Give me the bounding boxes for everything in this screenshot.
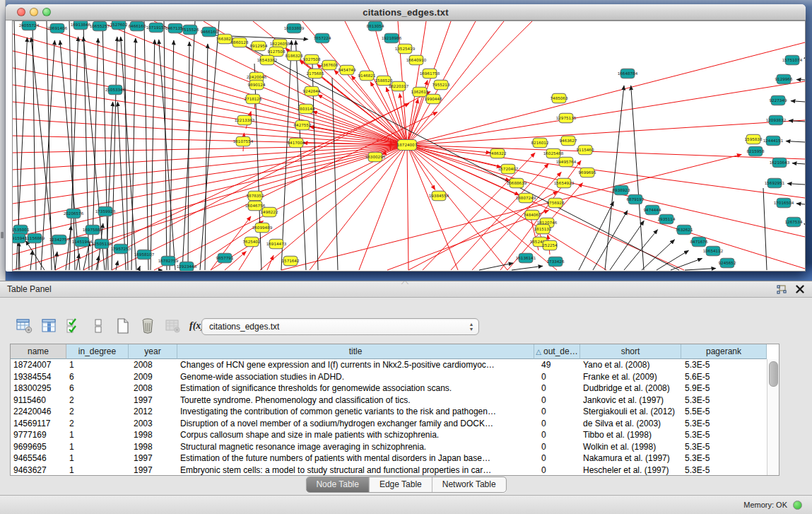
graph-node[interactable]: 9463627 xyxy=(560,136,577,146)
graph-node[interactable]: 8454749 xyxy=(339,65,356,75)
citation-edge-black[interactable] xyxy=(791,101,805,102)
citation-edge-black[interactable] xyxy=(796,79,805,80)
citation-edge-red[interactable] xyxy=(407,145,501,168)
citation-edge-black[interactable] xyxy=(116,261,118,270)
citation-edge-black[interactable] xyxy=(205,44,208,270)
graph-node[interactable]: 5878352 xyxy=(247,191,264,201)
graph-node[interactable]: 252254 xyxy=(542,240,558,250)
citation-edge-black[interactable] xyxy=(18,242,19,270)
graph-node[interactable]: 16640910 xyxy=(406,55,427,65)
citation-edge-red[interactable] xyxy=(407,145,507,270)
citation-edge-black[interactable] xyxy=(789,121,805,122)
table-row[interactable]: 946554611997Estimation of the future num… xyxy=(11,452,779,465)
graph-node[interactable]: 15654923 xyxy=(554,178,575,188)
graph-node[interactable]: 16099489 xyxy=(252,223,273,233)
graph-node[interactable]: 8186328 xyxy=(286,51,303,61)
graph-node[interactable]: 1815132 xyxy=(534,224,552,234)
graph-node[interactable]: 10719155 xyxy=(146,23,167,33)
citation-edge-black[interactable] xyxy=(47,21,52,270)
graph-node[interactable]: 8466160 xyxy=(129,21,146,31)
scrollbar-thumb[interactable] xyxy=(769,361,778,387)
graph-node[interactable]: 9857791 xyxy=(216,253,234,263)
column-header-title[interactable]: title xyxy=(177,344,534,359)
graph-node[interactable]: 7485063 xyxy=(551,93,568,103)
attribute-table[interactable]: namein_degreeyeartitle△out_de…shortpager… xyxy=(10,344,779,476)
table-panel-header[interactable]: ⟋⟍ Table Panel xyxy=(0,281,812,298)
minimize-window-icon[interactable] xyxy=(30,8,38,16)
graph-node[interactable]: 10655257 xyxy=(90,21,110,31)
graph-node[interactable]: 1527602 xyxy=(110,21,128,30)
table-row[interactable]: 911546021997Tourette syndrome. Phenomeno… xyxy=(11,395,779,407)
network-canvas[interactable]: 2405572420691406169138461065525715276028… xyxy=(12,21,806,271)
citation-edge-black[interactable] xyxy=(151,40,155,270)
graph-node[interactable]: 7955213 xyxy=(433,80,450,90)
citation-edge-black[interactable] xyxy=(631,86,644,270)
close-window-icon[interactable] xyxy=(17,8,25,16)
panel-collapse-grip[interactable] xyxy=(1,232,4,238)
graph-node[interactable]: 16136141 xyxy=(516,253,536,263)
graph-node[interactable]: 2718126 xyxy=(245,94,262,104)
citation-edge-red[interactable] xyxy=(407,21,426,145)
graph-node-hub[interactable]: 18724007 xyxy=(397,140,418,151)
graph-node[interactable]: 8860128 xyxy=(231,37,249,47)
column-header-name[interactable]: name xyxy=(11,344,66,359)
column-header-in_degree[interactable]: in_degree xyxy=(66,344,129,359)
citation-edge-red[interactable] xyxy=(407,42,805,145)
graph-node[interactable]: 17016504 xyxy=(774,198,794,208)
citation-edge-red[interactable] xyxy=(407,145,557,270)
graph-node[interactable]: 1990448 xyxy=(425,94,442,104)
column-header-pagerank[interactable]: pagerank xyxy=(681,344,767,359)
graph-node[interactable]: 2935114 xyxy=(658,214,676,224)
graph-node[interactable]: 11156869 xyxy=(25,233,45,243)
table-row[interactable]: 1830029562008Estimation of significance … xyxy=(11,382,779,395)
left-panel-edge[interactable] xyxy=(0,0,6,281)
graph-node[interactable]: 12213383 xyxy=(235,115,255,125)
graph-node[interactable]: 12923448 xyxy=(177,262,197,271)
graph-node[interactable]: 20691406 xyxy=(47,23,68,33)
vertical-scrollbar[interactable] xyxy=(767,359,779,475)
citation-edge-black[interactable] xyxy=(124,21,128,270)
graph-node[interactable]: 16648784 xyxy=(618,69,638,78)
graph-node[interactable]: 7484067 xyxy=(524,210,541,220)
graph-node[interactable]: 9129966 xyxy=(775,74,793,84)
table-row[interactable]: 946362711997Embryonic stem cells: a mode… xyxy=(11,465,779,477)
table-row[interactable]: 977716911998Corpus callosum shape and si… xyxy=(11,429,779,441)
citation-edge-black[interactable] xyxy=(792,163,805,164)
graph-node[interactable]: 9242844 xyxy=(303,86,321,96)
graph-node[interactable]: 16914473 xyxy=(266,239,287,249)
graph-node[interactable]: 8215958 xyxy=(747,146,765,156)
graph-node[interactable]: 12505135 xyxy=(92,239,112,249)
graph-node[interactable]: 9115460 xyxy=(577,145,594,155)
citation-edge-red[interactable] xyxy=(407,145,805,237)
citation-edge-black[interactable] xyxy=(657,250,688,270)
graph-node[interactable]: 9417004 xyxy=(288,138,305,148)
table-row[interactable]: 1872400712008Changes of HCN gene express… xyxy=(11,359,779,371)
citation-edge-red[interactable] xyxy=(407,145,435,190)
graph-node[interactable]: 8471676 xyxy=(690,237,708,247)
graph-node[interactable]: 1498222 xyxy=(261,207,278,217)
graph-node[interactable]: 21053346 xyxy=(105,85,126,95)
graph-node[interactable]: 15692951 xyxy=(765,178,785,188)
column-header-short[interactable]: short xyxy=(580,344,681,359)
graph-node[interactable]: 1571642 xyxy=(282,256,300,266)
citation-edge-black[interactable] xyxy=(139,266,140,270)
table-row[interactable]: 969969511998Structural magnetic resonanc… xyxy=(11,441,779,453)
tab-edge-table[interactable]: Edge Table xyxy=(370,477,433,492)
split-resize-grip[interactable]: ⟋⟍ xyxy=(400,281,410,284)
table-tabs[interactable]: Node TableEdge TableNetwork Table xyxy=(305,477,506,493)
citation-edge-red[interactable] xyxy=(407,145,606,270)
graph-node[interactable]: 12444151 xyxy=(763,136,784,146)
delete-table-icon[interactable] xyxy=(163,316,182,335)
tab-network-table[interactable]: Network Table xyxy=(433,477,506,492)
network-window-titlebar[interactable]: citations_edges.txt xyxy=(6,4,806,21)
citation-edge-red[interactable] xyxy=(407,21,504,145)
citation-edge-black[interactable] xyxy=(763,188,767,270)
graph-node[interactable]: 16543382 xyxy=(257,55,277,65)
select-all-icon[interactable] xyxy=(64,316,83,335)
graph-node[interactable]: 9890124 xyxy=(248,80,266,90)
new-column-icon[interactable] xyxy=(113,316,132,335)
graph-node[interactable]: 8216012 xyxy=(531,138,549,148)
show-columns-icon[interactable] xyxy=(39,316,58,335)
citation-edge-black[interactable] xyxy=(55,252,57,270)
memory-ok-indicator[interactable] xyxy=(793,501,802,510)
